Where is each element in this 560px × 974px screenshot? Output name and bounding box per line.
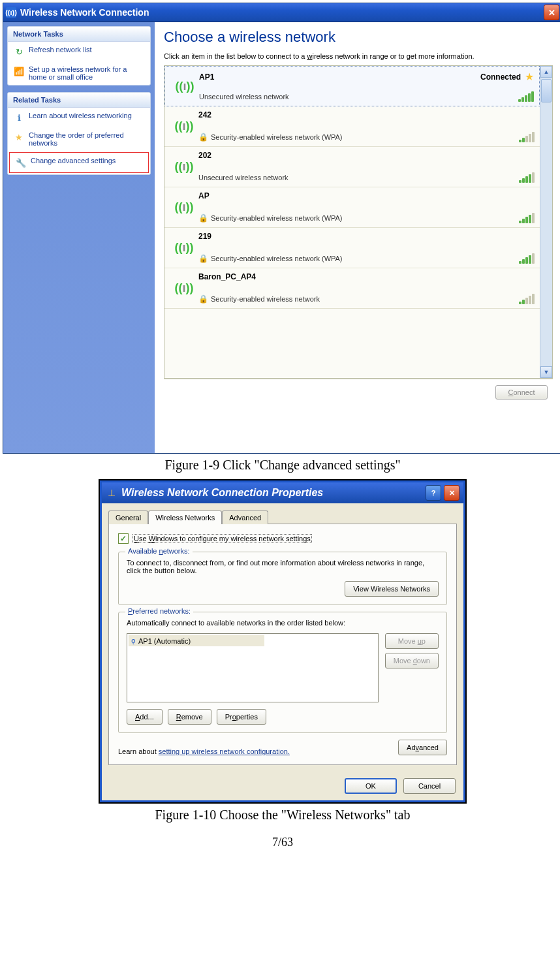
info-icon: ℹ <box>13 112 25 123</box>
network-type: Security-enabled wireless network (WPA) <box>211 214 343 222</box>
network-list-box: ((ı))AP1Connected★Unsecured wireless net… <box>164 65 553 379</box>
learn-link[interactable]: setting up wireless network configuratio… <box>159 747 290 755</box>
signal-icon <box>519 253 535 264</box>
checkbox-label: Use Windows to configure my wireless net… <box>132 534 312 543</box>
content-description: Click an item in the list below to conne… <box>164 52 553 60</box>
sidebar-item-label: Set up a wireless network for a home or … <box>29 65 145 81</box>
remove-button[interactable]: Remove <box>168 709 211 725</box>
scroll-up-icon[interactable]: ▲ <box>540 66 552 78</box>
learn-text: Learn about setting up wireless network … <box>118 747 290 755</box>
group-text: Automatically connect to available netwo… <box>127 619 439 627</box>
antenna-icon: ((ı)) <box>170 191 198 223</box>
available-networks-group: Available networks: Available networks: … <box>118 552 447 605</box>
properties-window: ⊥ Wireless Network Connection Properties… <box>100 480 465 802</box>
group-legend: Available networks: <box>125 547 193 555</box>
move-up-button[interactable]: Move up <box>385 633 439 649</box>
preferred-item-label: AP1 (Automatic) <box>138 637 191 645</box>
preferred-item[interactable]: ǫ AP1 (Automatic) <box>129 635 264 646</box>
lock-icon: 🔒 <box>198 294 208 304</box>
scrollbar[interactable]: ▲ ▼ <box>540 66 552 378</box>
add-button[interactable]: Add... <box>127 709 163 725</box>
sidebar-header-network-tasks: Network Tasks <box>8 27 150 42</box>
network-icon: ⊥ <box>106 487 117 499</box>
cancel-button[interactable]: Cancel <box>403 778 456 794</box>
advanced-button[interactable]: Advanced <box>398 740 447 755</box>
lock-icon: 🔒 <box>198 213 208 223</box>
ok-button[interactable]: OK <box>345 778 397 794</box>
antenna-icon: ((ı)) <box>170 232 198 264</box>
star-icon: ★ <box>525 71 534 83</box>
antenna-icon: 📶 <box>13 65 25 77</box>
sidebar-item-advanced[interactable]: 🔧 Change advanced settings <box>9 152 149 173</box>
network-small-icon: ǫ <box>131 636 136 645</box>
antenna-icon: ((ı)) <box>170 110 198 142</box>
sidebar-item-label: Change advanced settings <box>31 157 116 165</box>
sidebar-item-refresh[interactable]: ↻ Refresh network list <box>8 42 150 61</box>
view-wireless-networks-button[interactable]: View Wireless Networks <box>345 581 439 597</box>
signal-icon <box>519 132 535 142</box>
close-button[interactable]: ✕ <box>544 5 559 20</box>
tab-wireless-networks[interactable]: Wireless Networks <box>148 511 222 524</box>
lock-icon: 🔒 <box>198 133 208 142</box>
sidebar-item-setup[interactable]: 📶 Set up a wireless network for a home o… <box>8 61 150 85</box>
window-title: Wireless Network Connection <box>20 7 149 18</box>
network-item[interactable]: ((ı))219🔒Security-enabled wireless netwo… <box>164 228 540 268</box>
properties-button[interactable]: Properties <box>217 709 266 725</box>
sidebar: Network Tasks ↻ Refresh network list 📶 S… <box>3 22 155 453</box>
group-text: To connect to, disconnect from, or find … <box>127 559 439 574</box>
sidebar-item-label: Refresh network list <box>29 46 92 54</box>
settings-icon: 🔧 <box>15 157 27 168</box>
help-button[interactable]: ? <box>426 485 441 501</box>
network-type: Security-enabled wireless network (WPA) <box>211 255 343 262</box>
network-type: Unsecured wireless network <box>198 174 288 181</box>
network-name: 202 <box>198 151 211 160</box>
use-windows-checkbox[interactable]: ✓ <box>118 533 129 544</box>
tab-general[interactable]: General <box>108 511 148 524</box>
network-type: Security-enabled wireless network <box>211 295 320 303</box>
network-item[interactable]: ((ı))202Unsecured wireless network <box>164 147 540 187</box>
network-name: Baron_PC_AP4 <box>198 272 256 281</box>
close-button[interactable]: ✕ <box>444 485 459 501</box>
preferred-networks-group: Preferred networks: Preferred networks: … <box>118 612 447 733</box>
network-status: Connected <box>480 72 521 82</box>
sidebar-item-order[interactable]: ★ Change the order of preferred networks <box>8 127 150 151</box>
refresh-icon: ↻ <box>13 46 25 57</box>
signal-icon <box>519 213 535 223</box>
figure-caption-2: Figure 1-10 Choose the "Wireless Network… <box>3 808 560 823</box>
network-type: Unsecured wireless network <box>199 93 289 101</box>
group-legend: Preferred networks: <box>125 607 193 615</box>
properties-window-outer: ⊥ Wireless Network Connection Properties… <box>99 479 467 804</box>
tab-strip: General Wireless Networks Advanced <box>102 503 463 524</box>
preferred-list[interactable]: ǫ AP1 (Automatic) <box>127 633 379 702</box>
network-item[interactable]: ((ı))AP🔒Security-enabled wireless networ… <box>164 187 540 228</box>
scroll-thumb[interactable] <box>541 79 552 102</box>
network-name: AP1 <box>199 72 214 82</box>
antenna-icon: ((ı)) <box>170 151 198 183</box>
scroll-down-icon[interactable]: ▼ <box>540 366 552 378</box>
tab-panel: ✓ Use Windows to configure my wireless n… <box>108 524 457 765</box>
network-item[interactable]: ((ı))242🔒Security-enabled wireless netwo… <box>164 106 540 147</box>
sidebar-item-label: Learn about wireless networking <box>29 112 132 119</box>
tab-advanced[interactable]: Advanced <box>222 511 268 524</box>
figure-caption-1: Figure 1-9 Click "Change advanced settin… <box>3 458 560 473</box>
star-icon: ★ <box>13 131 25 143</box>
page-number: 7/63 <box>3 836 560 849</box>
network-name: 242 <box>198 110 211 119</box>
network-item[interactable]: ((ı))Baron_PC_AP4🔒Security-enabled wirel… <box>164 268 540 309</box>
wireless-connection-window: ((ı)) Wireless Network Connection ✕ Netw… <box>3 3 560 454</box>
wireless-icon: ((ı)) <box>6 7 16 18</box>
sidebar-header-related-tasks: Related Tasks <box>8 93 150 108</box>
network-type: Security-enabled wireless network (WPA) <box>211 133 343 141</box>
signal-icon <box>519 172 535 183</box>
titlebar: ⊥ Wireless Network Connection Properties… <box>102 482 463 503</box>
antenna-icon: ((ı)) <box>170 272 198 304</box>
lock-icon: 🔒 <box>198 254 208 263</box>
network-item[interactable]: ((ı))AP1Connected★Unsecured wireless net… <box>164 66 540 106</box>
antenna-icon: ((ı)) <box>170 71 199 102</box>
move-down-button[interactable]: Move down <box>385 653 439 668</box>
connect-button[interactable]: CConnectonnect <box>495 385 548 400</box>
signal-icon <box>519 294 535 304</box>
network-name: AP <box>198 191 210 200</box>
sidebar-item-learn[interactable]: ℹ Learn about wireless networking <box>8 108 150 127</box>
content-title: Choose a wireless network <box>164 29 553 46</box>
